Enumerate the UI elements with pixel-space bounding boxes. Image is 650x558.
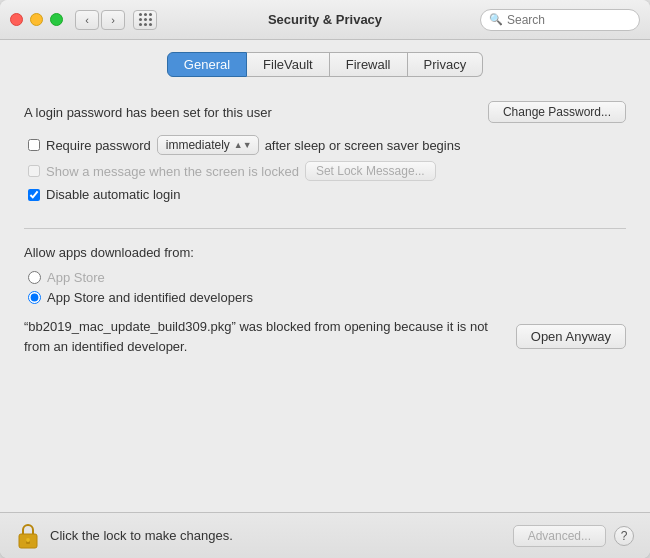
tab-privacy[interactable]: Privacy [408, 52, 484, 77]
nav-buttons: ‹ › [75, 10, 125, 30]
grid-button[interactable] [133, 10, 157, 30]
require-password-row: Require password immediately ▲▼ after sl… [24, 135, 626, 155]
grid-icon [139, 13, 152, 26]
blocked-message-text: “bb2019_mac_update_build309.pkg” was blo… [24, 317, 504, 356]
immediately-value: immediately [166, 138, 230, 152]
search-icon: 🔍 [489, 13, 503, 26]
back-icon: ‹ [85, 14, 89, 26]
dropdown-arrow-icon: ▲▼ [234, 140, 252, 150]
disable-login-row: Disable automatic login [24, 187, 626, 202]
main-content: A login password has been set for this u… [0, 85, 650, 512]
require-password-checkbox[interactable] [28, 139, 40, 151]
show-message-label: Show a message when the screen is locked [46, 164, 299, 179]
help-button[interactable]: ? [614, 526, 634, 546]
window-title: Security & Privacy [268, 12, 382, 27]
tabs-bar: General FileVault Firewall Privacy [0, 40, 650, 85]
titlebar: ✕ − + ‹ › Security & Privacy 🔍 [0, 0, 650, 40]
close-button[interactable]: ✕ [10, 13, 23, 26]
app-store-identified-label: App Store and identified developers [47, 290, 253, 305]
lock-icon [16, 522, 40, 550]
back-button[interactable]: ‹ [75, 10, 99, 30]
advanced-button: Advanced... [513, 525, 606, 547]
app-store-radio[interactable] [28, 271, 41, 284]
app-store-identified-row: App Store and identified developers [24, 290, 626, 305]
app-store-row: App Store [24, 270, 626, 285]
svg-point-2 [26, 538, 30, 542]
tab-general[interactable]: General [167, 52, 247, 77]
change-password-button[interactable]: Change Password... [488, 101, 626, 123]
immediately-dropdown[interactable]: immediately ▲▼ [157, 135, 259, 155]
section-divider [24, 228, 626, 229]
search-input[interactable] [507, 13, 631, 27]
maximize-button[interactable]: + [50, 13, 63, 26]
show-message-row: Show a message when the screen is locked… [24, 161, 626, 181]
require-password-label: Require password [46, 138, 151, 153]
login-section: A login password has been set for this u… [24, 85, 626, 220]
tab-filevault[interactable]: FileVault [247, 52, 330, 77]
app-store-label: App Store [47, 270, 105, 285]
apps-section: Allow apps downloaded from: App Store Ap… [24, 245, 626, 368]
forward-button[interactable]: › [101, 10, 125, 30]
forward-icon: › [111, 14, 115, 26]
show-message-checkbox[interactable] [28, 165, 40, 177]
after-sleep-text: after sleep or screen saver begins [265, 138, 461, 153]
app-store-identified-radio[interactable] [28, 291, 41, 304]
login-header: A login password has been set for this u… [24, 101, 626, 123]
search-box[interactable]: 🔍 [480, 9, 640, 31]
allow-apps-title: Allow apps downloaded from: [24, 245, 626, 260]
traffic-lights: ✕ − + [10, 13, 63, 26]
security-privacy-window: ✕ − + ‹ › Security & Privacy 🔍 Gener [0, 0, 650, 558]
disable-login-label: Disable automatic login [46, 187, 180, 202]
set-lock-message-button: Set Lock Message... [305, 161, 436, 181]
disable-login-checkbox[interactable] [28, 189, 40, 201]
footer-right: Advanced... ? [513, 525, 634, 547]
blocked-message-row: “bb2019_mac_update_build309.pkg” was blo… [24, 317, 626, 356]
minimize-button[interactable]: − [30, 13, 43, 26]
lock-area[interactable]: Click the lock to make changes. [16, 522, 233, 550]
lock-text: Click the lock to make changes. [50, 528, 233, 543]
tab-firewall[interactable]: Firewall [330, 52, 408, 77]
open-anyway-button[interactable]: Open Anyway [516, 324, 626, 349]
login-password-text: A login password has been set for this u… [24, 105, 272, 120]
footer: Click the lock to make changes. Advanced… [0, 512, 650, 558]
